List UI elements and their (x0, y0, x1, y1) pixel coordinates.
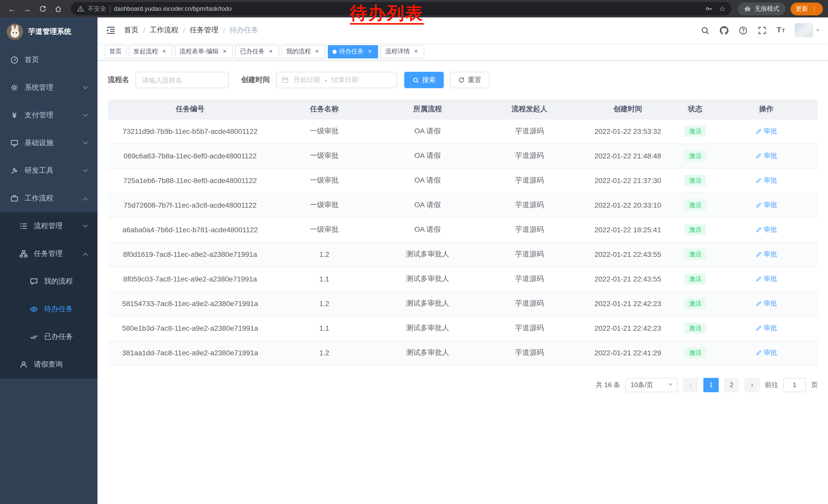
cell-process: 测试多审批人 (376, 340, 479, 365)
approve-link[interactable]: 审批 (755, 127, 777, 136)
tab-home[interactable]: 首页 (105, 45, 126, 58)
cell-status: 激活 (676, 144, 715, 168)
sidebar-item-infrastructure[interactable]: 基础设施 (0, 129, 97, 157)
search-button[interactable]: 搜索 (404, 72, 444, 88)
table-row: 8f0d1619-7ac8-11ec-a9e2-a2380e71991a 1.2… (108, 242, 818, 267)
help-icon[interactable] (738, 25, 748, 35)
cell-status: 激活 (676, 316, 715, 340)
sidebar-toggle-icon[interactable] (106, 25, 116, 35)
sidebar-item-payment[interactable]: ¥ 支付管理 (0, 101, 97, 129)
approve-link[interactable]: 审批 (755, 274, 777, 283)
browser-menu-icon[interactable]: ⋮ (811, 5, 818, 12)
tab-process-detail[interactable]: 流程详情 × (381, 45, 424, 58)
approve-link[interactable]: 审批 (755, 348, 777, 357)
close-icon[interactable]: × (412, 48, 420, 55)
cell-task-id: 8f0d1619-7ac8-11ec-a9e2-a2380e71991a (108, 242, 273, 267)
approve-link[interactable]: 审批 (755, 151, 777, 161)
forward-icon[interactable]: → (20, 2, 34, 15)
cell-process: 测试多审批人 (376, 316, 479, 340)
approve-link[interactable]: 审批 (755, 200, 777, 210)
sidebar-item-done-tasks[interactable]: 已办任务 (0, 323, 97, 351)
tab-done-tasks[interactable]: 已办任务 × (236, 45, 279, 58)
breadcrumb-task-management[interactable]: 任务管理 (190, 26, 218, 35)
date-range-picker[interactable]: 开始日期 - 结束日期 (276, 72, 397, 88)
bookmark-star-icon[interactable]: ☆ (719, 5, 726, 13)
approve-link[interactable]: 审批 (755, 299, 777, 308)
prev-page-button[interactable]: ‹ (683, 378, 698, 392)
tab-label: 已办任务 (240, 47, 265, 56)
close-icon[interactable]: × (314, 48, 321, 55)
page-button-1[interactable]: 1 (703, 378, 719, 392)
github-icon[interactable] (719, 25, 729, 35)
home-icon[interactable] (51, 2, 65, 15)
close-icon[interactable]: × (221, 48, 228, 55)
refresh-icon[interactable] (36, 2, 49, 15)
reset-button[interactable]: 重置 (450, 72, 489, 88)
tab-label: 待办任务 (339, 47, 364, 56)
sidebar-item-devtools[interactable]: 研发工具 (0, 157, 97, 185)
top-navbar: 首页 / 工作流程 / 任务管理 / 待办任务 TT (97, 17, 828, 43)
approve-link[interactable]: 审批 (755, 250, 777, 259)
breadcrumb-home[interactable]: 首页 (124, 26, 138, 35)
search-icon[interactable] (700, 25, 710, 35)
sidebar-item-my-process[interactable]: 我的流程 (0, 268, 97, 295)
cell-created: 2022-01-21 22:43:55 (580, 242, 676, 267)
tool-icon (10, 167, 18, 175)
sidebar-item-home[interactable]: 首页 (0, 46, 97, 74)
cell-task-name: 1.2 (273, 340, 376, 365)
tab-process-form-edit[interactable]: 流程表单-编辑 × (175, 45, 233, 58)
close-icon[interactable]: × (366, 48, 373, 55)
approve-link[interactable]: 审批 (755, 176, 777, 185)
gear-icon (10, 84, 18, 92)
user-avatar[interactable] (795, 23, 820, 37)
font-size-icon[interactable]: TT (776, 25, 786, 35)
cell-action: 审批 (715, 267, 818, 291)
tab-todo-tasks[interactable]: 待办任务 × (328, 45, 378, 58)
tab-my-process[interactable]: 我的流程 × (282, 45, 325, 58)
sidebar-item-todo-tasks[interactable]: 待办任务 (0, 295, 97, 323)
close-icon[interactable]: × (161, 48, 168, 55)
create-time-label: 创建时间 (241, 75, 270, 85)
tab-start-process[interactable]: 发起流程 × (129, 45, 172, 58)
process-name-input[interactable] (135, 72, 229, 88)
yen-icon: ¥ (10, 111, 18, 120)
status-badge: 激活 (685, 322, 706, 334)
col-process: 所属流程 (376, 99, 479, 119)
table-row: 75d72608-7b7f-11ec-a3c8-acde48001122 一级审… (108, 193, 818, 217)
next-page-button[interactable]: › (744, 378, 760, 392)
cell-task-name: 1.2 (273, 242, 376, 267)
breadcrumb-workflow[interactable]: 工作流程 (150, 26, 178, 35)
cell-task-name: 一级审批 (273, 217, 376, 242)
status-badge: 激活 (685, 273, 706, 284)
page-size-select[interactable]: 10条/页 (625, 378, 678, 392)
key-icon[interactable] (706, 5, 713, 12)
table-row: 58154733-7ac8-11ec-a9e2-a2380e71991a 1.2… (108, 291, 818, 316)
col-task-id: 任务编号 (108, 99, 273, 119)
table-row: 725a1eb6-7b88-11ec-8ef0-acde48001122 一级审… (108, 168, 818, 193)
chevron-down-icon (83, 167, 88, 172)
page-button-2[interactable]: 2 (724, 378, 739, 392)
update-button[interactable]: 更新 ⋮ (791, 2, 823, 15)
filter-bar: 流程名 创建时间 开始日期 - 结束日期 搜索 (108, 72, 818, 88)
sidebar-item-process-management[interactable]: 流程管理 (0, 212, 97, 240)
status-badge: 激活 (685, 175, 706, 186)
sidebar-item-label: 系统管理 (25, 83, 53, 92)
goto-page-input[interactable] (783, 378, 806, 392)
cell-status: 激活 (676, 119, 715, 144)
close-icon[interactable]: × (267, 48, 275, 55)
app-logo[interactable]: 芋道管理系统 (0, 17, 97, 46)
sidebar-item-leave-query[interactable]: 请假查询 (0, 351, 97, 378)
sidebar-item-system[interactable]: 系统管理 (0, 74, 97, 101)
cell-process: OA 请假 (376, 193, 479, 217)
cell-created: 2022-01-22 18:25:41 (580, 217, 676, 242)
approve-link[interactable]: 审批 (755, 225, 777, 234)
pagination: 共 16 条 10条/页 ‹ 1 2 › 前往 页 (108, 378, 818, 392)
monitor-icon (10, 139, 18, 147)
sidebar-item-workflow[interactable]: 工作流程 (0, 185, 97, 212)
cell-action: 审批 (715, 316, 818, 340)
approve-link[interactable]: 审批 (755, 324, 777, 333)
back-icon[interactable]: ← (5, 2, 18, 15)
sidebar-item-task-management[interactable]: 任务管理 (0, 240, 97, 268)
status-badge: 激活 (685, 249, 706, 260)
fullscreen-icon[interactable] (757, 25, 767, 35)
